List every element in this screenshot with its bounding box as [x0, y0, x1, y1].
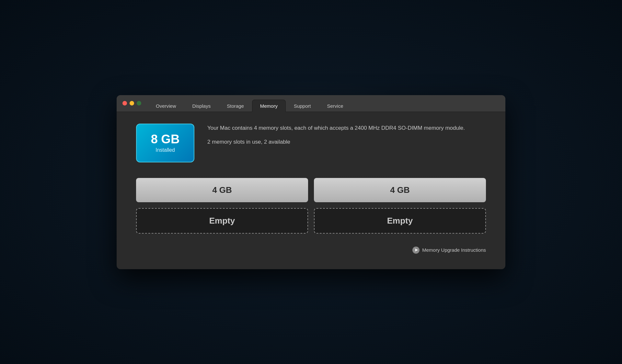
tab-support[interactable]: Support	[286, 100, 319, 112]
tab-service[interactable]: Service	[319, 100, 351, 112]
memory-slot-2: 4 GB	[314, 178, 486, 202]
titlebar: Overview Displays Storage Memory Support…	[117, 95, 505, 112]
tab-memory[interactable]: Memory	[252, 100, 286, 112]
memory-badge: 8 GB Installed	[136, 124, 194, 162]
memory-amount: 8 GB	[151, 133, 180, 146]
footer: ➤ Memory Upgrade Instructions	[136, 247, 486, 254]
close-button[interactable]	[122, 101, 127, 105]
memory-info-row: 8 GB Installed Your Mac contains 4 memor…	[136, 124, 486, 162]
memory-slot-1: 4 GB	[136, 178, 308, 202]
memory-installed-label: Installed	[156, 147, 175, 153]
tab-storage[interactable]: Storage	[219, 100, 252, 112]
memory-description-line2: 2 memory slots in use, 2 available	[207, 138, 465, 146]
memory-description-line1: Your Mac contains 4 memory slots, each o…	[207, 124, 465, 132]
tab-displays[interactable]: Displays	[184, 100, 219, 112]
memory-slot-4: Empty	[314, 208, 486, 234]
tab-bar: Overview Displays Storage Memory Support…	[148, 100, 351, 112]
memory-slot-3: Empty	[136, 208, 308, 234]
traffic-lights	[122, 101, 141, 110]
memory-slots-grid: 4 GB 4 GB Empty Empty	[136, 178, 486, 234]
memory-description: Your Mac contains 4 memory slots, each o…	[207, 124, 465, 146]
minimize-button[interactable]	[130, 101, 134, 105]
tab-overview[interactable]: Overview	[148, 100, 184, 112]
maximize-button[interactable]	[137, 101, 141, 105]
upgrade-link-label: Memory Upgrade Instructions	[422, 247, 486, 253]
memory-panel: 8 GB Installed Your Mac contains 4 memor…	[117, 112, 505, 269]
upgrade-link-icon: ➤	[412, 247, 420, 254]
system-information-window: Overview Displays Storage Memory Support…	[117, 95, 505, 269]
memory-upgrade-link[interactable]: ➤ Memory Upgrade Instructions	[412, 247, 486, 254]
